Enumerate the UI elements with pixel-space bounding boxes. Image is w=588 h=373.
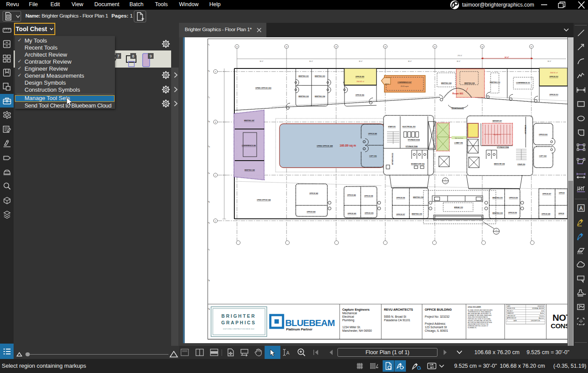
svg-text:STORAGE 253A: STORAGE 253A xyxy=(408,139,420,141)
svg-text:30'-0": 30'-0" xyxy=(457,61,461,62)
svg-text:STORAGE 254A: STORAGE 254A xyxy=(405,146,418,147)
svg-text:Platinum Partner: Platinum Partner xyxy=(286,327,312,331)
svg-text:204.62 sf: 204.62 sf xyxy=(356,80,364,82)
svg-text:OFFICE 239: OFFICE 239 xyxy=(365,212,373,214)
svg-text:Plumbing: Plumbing xyxy=(342,319,355,322)
svg-text:A6.02: A6.02 xyxy=(495,232,498,233)
svg-text:ALL IDEAS, DESIGNS, AND PLANS: ALL IDEAS, DESIGNS, AND PLANS INDICATED xyxy=(468,309,493,311)
svg-text:STORAGE 258A: STORAGE 258A xyxy=(497,147,509,148)
svg-text:04: 04 xyxy=(384,46,386,48)
svg-text:OFFICE 236: OFFICE 236 xyxy=(396,197,405,199)
svg-text:PURPOSES ONLY. NONE OF SUCH ID: PURPOSES ONLY. NONE OF SUCH IDEAS, xyxy=(468,318,491,320)
svg-text:MEETING 203: MEETING 203 xyxy=(315,75,325,77)
svg-text:STAIR 251: STAIR 251 xyxy=(388,126,396,128)
svg-text:270'-0": 270'-0" xyxy=(458,55,463,57)
svg-text:8: 8 xyxy=(132,54,134,58)
svg-text:CONFERENCE 207: CONFERENCE 207 xyxy=(398,82,412,83)
svg-text:RECEPTION 255: RECEPTION 255 xyxy=(452,108,464,109)
svg-text:ISSUED FOR:: ISSUED FOR: xyxy=(507,308,515,309)
svg-text:Checker: Checker xyxy=(539,315,544,317)
svg-text:MEETING 231: MEETING 231 xyxy=(492,197,502,199)
svg-text:05: 05 xyxy=(434,46,436,48)
svg-text:A7.01: A7.01 xyxy=(385,83,389,85)
svg-text:30'-0": 30'-0" xyxy=(359,61,363,62)
svg-text:Pasadena CA 91101: Pasadena CA 91101 xyxy=(384,319,410,322)
svg-text:03/04/2018: 03/04/2018 xyxy=(538,305,544,307)
svg-text:OFFICE 249: OFFICE 249 xyxy=(368,133,377,135)
svg-text:ELECTRICAL 253: ELECTRICAL 253 xyxy=(402,126,416,128)
svg-text:MEETING 235: MEETING 235 xyxy=(412,213,422,215)
svg-text:Room 001: Room 001 xyxy=(452,92,463,95)
svg-text:MEN'S RR 258: MEN'S RR 258 xyxy=(494,163,505,165)
svg-text:123 Schonsett St: 123 Schonsett St xyxy=(425,326,447,329)
svg-text:5555 N. Broad St: 5555 N. Broad St xyxy=(384,315,406,318)
svg-text:CONFERENCE 246: CONFERENCE 246 xyxy=(242,145,256,147)
svg-text:MEETING 208: MEETING 208 xyxy=(441,82,451,84)
svg-text:OPEN OFFICE 248: OPEN OFFICE 248 xyxy=(317,145,333,147)
svg-text:DESCRIPTION: DESCRIPTION xyxy=(531,320,540,322)
svg-text:DESIGNS, OR PLANS SHALL BE USE: DESIGNS, OR PLANS SHALL BE USED FOR xyxy=(468,320,491,322)
svg-text:DATE: DATE xyxy=(513,320,517,322)
svg-text:COPY 250: COPY 250 xyxy=(369,155,376,157)
svg-text:DEMONSTRATION SET WITHOUT THE: DEMONSTRATION SET WITHOUT THE xyxy=(468,323,488,325)
svg-text:02: 02 xyxy=(286,46,287,48)
svg-text:9: 9 xyxy=(150,54,152,58)
svg-text:23.15 sq m: 23.15 sq m xyxy=(401,86,409,87)
svg-text:OFFICE 243: OFFICE 243 xyxy=(307,211,316,213)
svg-text:A6.02: A6.02 xyxy=(444,182,447,183)
svg-text:BRIGHTER: BRIGHTER xyxy=(222,313,256,319)
svg-text:WOMEN'S RR 254: WOMEN'S RR 254 xyxy=(411,163,425,165)
svg-text:07: 07 xyxy=(531,46,532,48)
svg-text:INTERNAL REVIEW: INTERNAL REVIEW xyxy=(532,308,545,309)
svg-text:06: 06 xyxy=(481,46,483,48)
svg-text:Project Address:: Project Address: xyxy=(425,322,446,326)
svg-text:01: 01 xyxy=(236,46,238,48)
svg-text:A: A xyxy=(579,205,583,212)
svg-text:OFFICE 242: OFFICE 242 xyxy=(309,193,318,194)
svg-text:Capture Engineers: Capture Engineers xyxy=(342,308,369,312)
svg-text:OFFICE BUILDING: OFFICE BUILDING xyxy=(425,308,452,311)
svg-text:204.51 sf: 204.51 sf xyxy=(550,72,558,74)
svg-text:Chicago, IL 60601: Chicago, IL 60601 xyxy=(425,329,448,333)
svg-text:REVU ARCHITECTS: REVU ARCHITECTS xyxy=(384,308,413,311)
svg-text:Manchester, NH 06930: Manchester, NH 06930 xyxy=(342,329,372,332)
svg-text:OFFICE 241: OFFICE 241 xyxy=(348,213,356,215)
svg-text:DRAWN BY: DRAWN BY xyxy=(507,312,514,314)
svg-text:CHECKED BY: CHECKED BY xyxy=(507,315,516,317)
svg-text:Author: Author xyxy=(540,312,544,314)
svg-text:DATE: DATE xyxy=(507,305,510,307)
svg-text:30'-0": 30'-0" xyxy=(408,61,412,62)
svg-text:J: J xyxy=(209,97,210,99)
svg-text:CONFERENCE 211: CONFERENCE 211 xyxy=(516,82,530,84)
svg-text:F: F xyxy=(209,173,210,175)
svg-text:STAIR 259: STAIR 259 xyxy=(517,164,525,165)
svg-text:Mechanical: Mechanical xyxy=(342,312,357,315)
svg-text:DEVELOPED FOR DEMONSTRATION: DEVELOPED FOR DEMONSTRATION xyxy=(468,316,488,318)
svg-text:OFFICE: OFFICE xyxy=(559,192,565,194)
svg-text:OR REPRESENTED BY THESE DRAWIN: OR REPRESENTED BY THESE DRAWINGS xyxy=(468,311,491,313)
svg-text:COPY 262: COPY 262 xyxy=(539,155,546,157)
svg-text:EXPRESSED WRITTEN CONCENT OF: EXPRESSED WRITTEN CONCENT OF xyxy=(468,325,488,327)
svg-text:OFFICE 240: OFFICE 240 xyxy=(347,194,356,196)
svg-text:APPROVED BY: APPROVED BY xyxy=(507,317,516,319)
svg-text:1234 Miller St.: 1234 Miller St. xyxy=(342,326,361,329)
svg-text:MEETING 201: MEETING 201 xyxy=(298,75,308,77)
svg-text:MEETING 210: MEETING 210 xyxy=(490,82,500,83)
svg-text:BREAK 233: BREAK 233 xyxy=(454,207,463,208)
svg-text:ARE OWNED AND ARE THE PROPERTY: ARE OWNED AND ARE THE PROPERTY OF xyxy=(468,313,491,315)
svg-text:LEGAL DISCLAIMER:: LEGAL DISCLAIMER: xyxy=(468,306,481,308)
svg-text:OFFICE 228: OFFICE 228 xyxy=(541,213,550,215)
svg-text:7: 7 xyxy=(117,54,119,58)
svg-text:Electrical: Electrical xyxy=(342,315,354,318)
svg-text:OFFICE 227: OFFICE 227 xyxy=(542,193,551,195)
svg-text:30'-0": 30'-0" xyxy=(309,61,313,62)
svg-text:MEETING 245: MEETING 245 xyxy=(244,169,255,171)
svg-text:Project No: 323232: Project No: 323232 xyxy=(425,315,450,319)
svg-text:CONSTRUCTION: CONSTRUCTION xyxy=(551,322,567,330)
svg-text:A: A xyxy=(286,350,290,355)
svg-text:SERVER 257: SERVER 257 xyxy=(492,120,502,122)
svg-text:160.89 sq m: 160.89 sq m xyxy=(340,144,356,147)
svg-text:PROJECT: PROJECT xyxy=(507,310,513,312)
svg-text:OFFICE: OFFICE xyxy=(558,213,564,215)
svg-text:3232: 3232 xyxy=(541,310,544,312)
